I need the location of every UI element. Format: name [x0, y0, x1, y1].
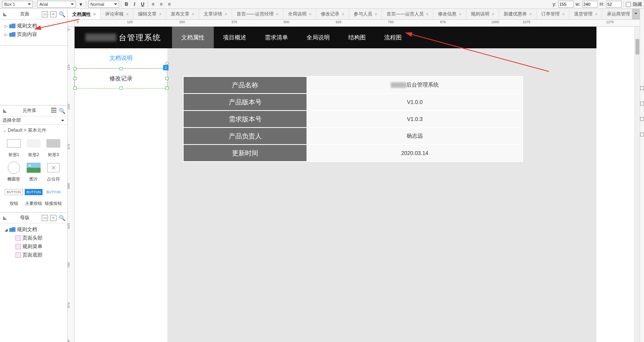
- document-tab[interactable]: 参与人员×: [349, 9, 382, 19]
- tab-close-icon[interactable]: ×: [126, 12, 130, 16]
- resize-handle[interactable]: [73, 87, 77, 90]
- tab-close-icon[interactable]: ×: [426, 12, 430, 16]
- document-tab[interactable]: 评论审核×: [101, 9, 133, 19]
- cell-label: 产品负责人: [183, 128, 307, 145]
- tab-close-icon[interactable]: ×: [529, 12, 533, 16]
- document-tab[interactable]: 编辑文章×: [133, 9, 166, 19]
- nav-doc-props[interactable]: 文档属性: [172, 27, 214, 48]
- tab-close-icon[interactable]: ×: [375, 12, 378, 16]
- document-tab[interactable]: 全局说明×: [283, 9, 316, 19]
- align-left-icon[interactable]: ≡: [150, 1, 156, 7]
- widget-placeholder[interactable]: 占位符: [44, 162, 63, 182]
- scrollbar-thumb[interactable]: [635, 39, 639, 54]
- font-selector[interactable]: Arial: [37, 1, 76, 8]
- right-collapsed-panel[interactable]: [640, 9, 644, 342]
- style-selector[interactable]: Normal: [88, 1, 119, 8]
- widget-link-button[interactable]: BUTTON链接按钮: [44, 187, 63, 206]
- widget-rect3[interactable]: 矩形3: [44, 138, 63, 158]
- resize-handle[interactable]: [165, 87, 169, 90]
- library-panel: 元件库 🔍 选择全部 ⌄Default > 基本元件 矩形1 矩形2 矩形3 椭…: [0, 105, 67, 213]
- collapse-icon[interactable]: [2, 12, 8, 17]
- y-input[interactable]: [558, 1, 574, 8]
- resize-handle[interactable]: [73, 77, 77, 80]
- collapse-icon[interactable]: [2, 215, 8, 221]
- connector-handle[interactable]: [165, 62, 169, 65]
- widget-primary-button[interactable]: BUTTON主要按钮: [24, 187, 43, 206]
- resize-handle[interactable]: [165, 77, 169, 80]
- document-tab[interactable]: 退货管理×: [569, 9, 602, 19]
- master-item-footer[interactable]: 页面底部: [0, 251, 67, 259]
- tab-close-icon[interactable]: ×: [562, 12, 566, 16]
- tab-close-icon[interactable]: ×: [595, 12, 599, 16]
- tree-item-page-content[interactable]: ▷ 页面内容: [0, 30, 67, 39]
- tab-close-icon[interactable]: ×: [492, 12, 496, 16]
- bold-icon[interactable]: B: [123, 1, 129, 7]
- tabs-overflow-button[interactable]: [632, 9, 640, 19]
- search-pages-icon[interactable]: 🔍: [59, 11, 65, 17]
- document-tab[interactable]: 文档属性×: [68, 9, 101, 19]
- nav-project-overview[interactable]: 项目概述: [214, 27, 256, 48]
- document-tab[interactable]: 订单管理×: [537, 9, 569, 19]
- panel-stub-icon[interactable]: [640, 86, 644, 90]
- widget-rect1[interactable]: 矩形1: [4, 138, 24, 158]
- nav-requirements[interactable]: 需求清单: [256, 27, 297, 48]
- h-input[interactable]: [606, 1, 622, 8]
- panel-stub-icon[interactable]: [640, 133, 644, 136]
- tab-close-icon[interactable]: ×: [309, 12, 313, 16]
- widget-button[interactable]: BUTTON按钮: [4, 187, 24, 206]
- document-tab[interactable]: 首页——运营人员×: [382, 9, 433, 19]
- add-folder-icon[interactable]: ▭: [42, 11, 48, 17]
- doc-description-tab[interactable]: 文档说明: [75, 48, 167, 68]
- panel-stub-icon[interactable]: [640, 102, 644, 105]
- align-center-icon[interactable]: ≡: [158, 1, 164, 7]
- add-master-icon[interactable]: +: [50, 215, 56, 221]
- resize-handle[interactable]: [119, 87, 123, 90]
- tab-close-icon[interactable]: ×: [342, 12, 346, 16]
- tab-close-icon[interactable]: ×: [276, 12, 280, 16]
- tab-close-icon[interactable]: ×: [192, 12, 196, 16]
- hide-checkbox[interactable]: [626, 2, 631, 7]
- tab-close-icon[interactable]: ×: [159, 12, 163, 16]
- document-tab[interactable]: 发布文章×: [166, 9, 199, 19]
- underline-icon[interactable]: U: [140, 1, 146, 7]
- design-canvas[interactable]: 台管理系统 文档属性 项目概述 需求清单 全局说明 结构图 流程图 文档说明 修…: [75, 27, 640, 342]
- collapse-icon[interactable]: [2, 108, 8, 114]
- panel-stub-icon[interactable]: [640, 117, 644, 121]
- master-item-header[interactable]: 页面头部: [0, 234, 67, 242]
- widget-image[interactable]: 图片: [24, 162, 43, 182]
- library-group-header[interactable]: ⌄Default > 基本元件: [0, 125, 67, 136]
- document-tab[interactable]: 新建优惠券×: [499, 9, 537, 19]
- box-selector[interactable]: Box 1: [2, 1, 33, 8]
- resize-handle[interactable]: [119, 67, 123, 70]
- italic-icon[interactable]: I: [131, 1, 138, 7]
- tab-close-icon[interactable]: ×: [225, 12, 228, 16]
- search-masters-icon[interactable]: 🔍: [59, 215, 65, 221]
- widget-ellipse[interactable]: 椭圆形: [4, 162, 24, 182]
- add-page-icon[interactable]: +: [50, 11, 56, 17]
- search-library-icon[interactable]: 🔍: [59, 108, 65, 114]
- library-menu-icon[interactable]: [51, 108, 56, 112]
- tab-close-icon[interactable]: ×: [93, 12, 97, 16]
- widget-rect2[interactable]: 矩形2: [24, 138, 43, 158]
- align-right-icon[interactable]: ≡: [166, 1, 172, 7]
- library-select-all[interactable]: 选择全部: [0, 116, 67, 125]
- nav-global-desc[interactable]: 全局说明: [297, 27, 339, 48]
- document-tab[interactable]: 首页——运营经理×: [232, 9, 283, 19]
- font-dropdown-icon[interactable]: ▾: [78, 1, 84, 7]
- document-tab[interactable]: 规则说明×: [466, 9, 499, 19]
- selected-widget-mod-record[interactable]: 修改记录 1: [75, 68, 167, 88]
- nav-flowchart[interactable]: 流程图: [375, 27, 411, 48]
- add-master-folder-icon[interactable]: ▭: [42, 215, 48, 221]
- w-input[interactable]: [582, 1, 598, 8]
- master-folder[interactable]: ◢ 规则文档: [0, 225, 67, 234]
- document-tab[interactable]: 文章详情×: [199, 9, 232, 19]
- document-tab[interactable]: 修改信息×: [433, 9, 466, 19]
- master-item-menu[interactable]: 规则菜单: [0, 242, 67, 251]
- interaction-badge[interactable]: 1: [163, 65, 169, 70]
- vertical-scrollbar[interactable]: [634, 27, 640, 342]
- tree-item-rules-doc[interactable]: ▷ 规则文档: [0, 22, 67, 30]
- tab-close-icon[interactable]: ×: [459, 12, 463, 16]
- resize-handle[interactable]: [73, 67, 77, 70]
- nav-structure[interactable]: 结构图: [339, 27, 375, 48]
- document-tab[interactable]: 修改记录×: [316, 9, 349, 19]
